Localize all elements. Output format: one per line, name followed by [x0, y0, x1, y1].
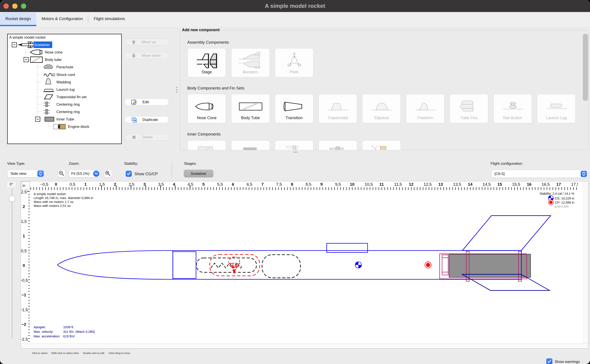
svg-text:12: 12 [409, 182, 413, 187]
svg-text:2,5: 2,5 [129, 182, 134, 187]
svg-text:11: 11 [379, 182, 384, 187]
svg-text:Launch lug: Launch lug [56, 87, 74, 92]
svg-text:1: 1 [84, 182, 87, 187]
svg-text:Shock cord: Shock cord [56, 73, 75, 77]
svg-text:13: 13 [438, 182, 443, 187]
svg-text:5: 5 [202, 182, 205, 187]
svg-text:Stability: 2,4 cal / 14,1 %: Stability: 2,4 cal / 14,1 % [540, 192, 574, 195]
svg-text:2,5: 2,5 [21, 190, 27, 194]
svg-text:Max. acceleration:: Max. acceleration: [34, 334, 60, 338]
svg-text:1039 ft: 1039 ft [63, 325, 74, 329]
svg-text:4: 4 [173, 182, 175, 187]
svg-text:2: 2 [23, 204, 25, 209]
svg-text:17,5: 17,5 [571, 182, 579, 187]
svg-text:0,5: 0,5 [21, 248, 27, 253]
svg-text:6,5: 6,5 [247, 182, 252, 187]
svg-text:Nose cone: Nose cone [45, 50, 62, 54]
svg-text:Apogee:: Apogee: [34, 325, 46, 329]
svg-text:9,5: 9,5 [335, 182, 341, 187]
svg-text:12,5: 12,5 [424, 182, 432, 187]
svg-text:8,5: 8,5 [306, 182, 311, 187]
svg-text:4,5: 4,5 [188, 182, 193, 187]
svg-text:Parachute: Parachute [56, 65, 74, 69]
svg-text:Centering ring: Centering ring [56, 110, 80, 114]
svg-text:Wadding: Wadding [56, 80, 71, 84]
svg-text:14,5: 14,5 [483, 182, 491, 187]
svg-text:Inner Tube: Inner Tube [56, 117, 74, 121]
svg-text:A simple model rocket: A simple model rocket [9, 35, 46, 39]
svg-text:619 ft/s²: 619 ft/s² [63, 334, 75, 338]
svg-text:15,5: 15,5 [512, 182, 520, 187]
svg-text:6: 6 [232, 182, 234, 187]
svg-text:−0,5: −0,5 [40, 182, 48, 187]
svg-text:CG: 10,229 in: CG: 10,229 in [555, 197, 574, 200]
svg-text:8: 8 [291, 182, 293, 187]
svg-text:−1: −1 [21, 293, 26, 297]
svg-text:Sustainer: Sustainer [34, 43, 50, 47]
svg-text:Body tube: Body tube [45, 58, 62, 62]
svg-text:−2: −2 [21, 322, 26, 327]
svg-text:Trapezoidal fin set: Trapezoidal fin set [56, 95, 87, 99]
svg-text:311 ft/s (Mach 0,280): 311 ft/s (Mach 0,280) [63, 330, 95, 333]
svg-text:−1,5: −1,5 [21, 307, 28, 312]
svg-text:9: 9 [320, 182, 323, 187]
svg-text:Engine block: Engine block [68, 125, 89, 129]
svg-text:11,5: 11,5 [394, 182, 402, 187]
svg-text:Mass with motors 2,51 oz: Mass with motors 2,51 oz [34, 204, 71, 208]
svg-text:Centering ring: Centering ring [56, 102, 80, 106]
svg-text:17: 17 [556, 182, 561, 187]
svg-text:3,5: 3,5 [158, 182, 164, 187]
svg-text:0,5: 0,5 [70, 182, 75, 187]
svg-text:1: 1 [23, 234, 25, 238]
svg-text:3: 3 [143, 182, 146, 187]
svg-text:7,5: 7,5 [276, 182, 282, 187]
svg-text:15: 15 [497, 182, 502, 187]
svg-text:CP: 12,589 in: CP: 12,589 in [555, 201, 574, 204]
svg-text:5,5: 5,5 [217, 182, 223, 187]
svg-text:−2,5: −2,5 [21, 337, 28, 342]
svg-text:2: 2 [114, 182, 116, 187]
svg-text:Max. velocity:: Max. velocity: [34, 330, 54, 333]
svg-text:16: 16 [527, 182, 531, 187]
svg-text:A simple model rocket: A simple model rocket [34, 192, 66, 196]
svg-text:Length 16,748 in, max. diamete: Length 16,748 in, max. diameter 0,984 in [34, 196, 93, 200]
svg-text:in: in [22, 183, 25, 188]
svg-text:1,5: 1,5 [21, 219, 27, 224]
svg-text:Mass with no motors 1,7 oz: Mass with no motors 1,7 oz [34, 200, 74, 204]
svg-text:at M=0,300: at M=0,300 [554, 205, 569, 208]
svg-text:1,5: 1,5 [99, 182, 105, 187]
svg-text:16,5: 16,5 [542, 182, 550, 187]
svg-text:0: 0 [55, 182, 57, 187]
svg-text:−0,5: −0,5 [21, 278, 28, 283]
svg-text:7: 7 [261, 182, 264, 187]
svg-text:13,5: 13,5 [453, 182, 461, 187]
svg-text:10: 10 [350, 182, 355, 187]
svg-text:0: 0 [23, 263, 25, 268]
svg-text:10,5: 10,5 [365, 182, 373, 187]
svg-text:14: 14 [468, 182, 473, 187]
